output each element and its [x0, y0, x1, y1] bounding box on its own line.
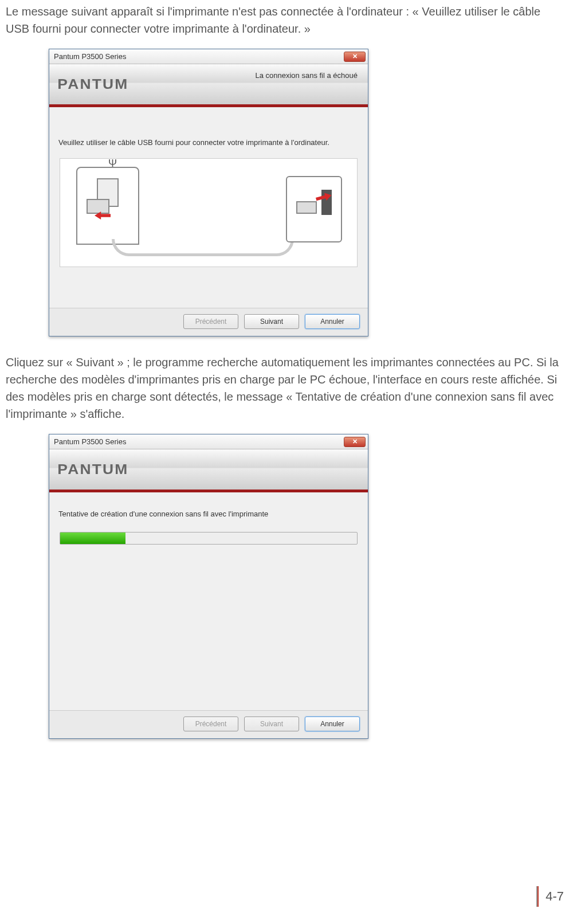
dialog-footer: Précédent Suivant Annuler [49, 308, 368, 336]
installer-dialog-1: Pantum P3500 Series ✕ PANTUM La connexio… [49, 49, 368, 336]
pantum-logo: PANTUM [57, 461, 128, 477]
close-icon[interactable]: ✕ [344, 437, 366, 447]
next-button[interactable]: Suivant [244, 314, 299, 329]
banner-message: La connexion sans fil a échoué [255, 71, 358, 80]
dialog-title-text: Pantum P3500 Series [54, 52, 126, 61]
dialog-title-text: Pantum P3500 Series [54, 437, 126, 446]
next-button[interactable]: Suivant [244, 717, 299, 731]
document-paragraph-1: Le message suivant apparaît si l'imprima… [6, 3, 564, 37]
usb-connection-diagram: Ψ [60, 158, 358, 267]
dialog-banner: PANTUM La connexion sans fil a échoué [49, 64, 368, 104]
dialog-body: Veuillez utiliser le câble USB fourni po… [49, 107, 368, 308]
usb-plug-a-icon [296, 201, 317, 214]
pantum-logo: PANTUM [57, 76, 128, 92]
usb-trident-icon: Ψ [108, 158, 117, 170]
cancel-button[interactable]: Annuler [305, 314, 360, 329]
page-number-block: 4-7 [536, 886, 564, 907]
dialog-title-bar: Pantum P3500 Series ✕ [49, 49, 368, 64]
dialog-footer: Précédent Suivant Annuler [49, 710, 368, 738]
dialog-banner: PANTUM [49, 449, 368, 490]
progress-fill [60, 533, 125, 544]
page-number-bar-icon [536, 886, 539, 907]
usb-cable-icon [112, 239, 294, 256]
page-number: 4-7 [545, 889, 564, 904]
progress-bar [60, 532, 358, 545]
installer-dialog-2: Pantum P3500 Series ✕ PANTUM Tentative d… [49, 434, 368, 739]
prev-button[interactable]: Précédent [183, 314, 238, 329]
screenshot-2: Pantum P3500 Series ✕ PANTUM Tentative d… [49, 434, 581, 739]
dialog-body: Tentative de création d'une connexion sa… [49, 492, 368, 710]
document-paragraph-2: Cliquez sur « Suivant » ; le programme r… [6, 354, 564, 422]
usb-slot-icon [321, 190, 332, 215]
close-icon[interactable]: ✕ [344, 52, 366, 62]
screenshot-1: Pantum P3500 Series ✕ PANTUM La connexio… [49, 49, 581, 336]
prev-button[interactable]: Précédent [183, 717, 238, 731]
dialog-instruction: Tentative de création d'une connexion sa… [58, 510, 359, 518]
dialog-title-bar: Pantum P3500 Series ✕ [49, 434, 368, 449]
usb-plug-b-icon [87, 199, 109, 214]
dialog-instruction: Veuillez utiliser le câble USB fourni po… [58, 138, 359, 147]
cancel-button[interactable]: Annuler [305, 717, 360, 731]
